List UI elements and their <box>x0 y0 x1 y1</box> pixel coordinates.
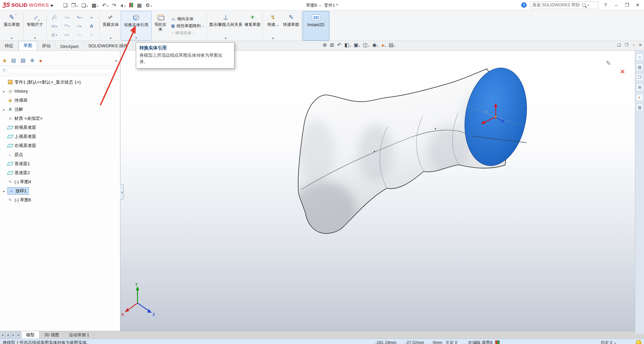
expand-arrow-icon[interactable] <box>2 107 6 112</box>
repair-sketch-button[interactable]: 修复草图 <box>244 11 262 41</box>
options-button[interactable] <box>146 2 152 8</box>
move-entities-caret-icon[interactable] <box>193 31 195 35</box>
tab-model[interactable]: 模型 <box>21 331 40 339</box>
tree-root-part[interactable]: 零件1 (默认<<默认>_显示状态 1>) <box>0 78 120 87</box>
quick-snaps-caret-icon[interactable] <box>272 36 274 40</box>
zoom-to-area-icon[interactable] <box>330 42 334 48</box>
displaymanager-tab-icon[interactable] <box>39 58 42 63</box>
mirror-entities-button[interactable]: 镜向实体 <box>171 16 204 22</box>
tab-addins[interactable]: SOLIDWORKS 插件 <box>84 42 133 50</box>
tree-item-right-plane[interactable]: 右视基准面 <box>0 141 120 150</box>
propertymanager-tab-icon[interactable] <box>11 57 16 63</box>
view-settings-caret-icon[interactable] <box>394 42 395 48</box>
rectangle-caret-icon[interactable] <box>56 23 57 28</box>
section-view-icon[interactable] <box>344 42 351 48</box>
trim-caret-icon[interactable] <box>110 36 112 40</box>
tree-item-history[interactable]: History <box>0 87 120 96</box>
save-caret-icon[interactable] <box>87 2 88 8</box>
ellipse-tool-button[interactable] <box>73 22 85 30</box>
line-tool-button[interactable] <box>48 13 60 21</box>
print-button[interactable] <box>92 2 98 8</box>
expand-arrow-icon[interactable] <box>2 89 6 94</box>
print-caret-icon[interactable] <box>97 2 98 8</box>
hide-show-items-icon[interactable] <box>372 42 378 48</box>
curve-point[interactable] <box>374 151 375 152</box>
custom-properties-icon[interactable] <box>636 104 643 111</box>
tree-item-sketch6[interactable]: (-) 草图6 <box>0 195 120 204</box>
file-explorer-icon[interactable] <box>636 73 643 81</box>
appearances-icon[interactable] <box>636 94 643 101</box>
display-style-caret-icon[interactable] <box>368 42 369 48</box>
point-tool-button[interactable] <box>86 13 98 21</box>
zoom-to-fit-icon[interactable] <box>323 42 327 48</box>
custom-caret-icon[interactable] <box>614 340 616 344</box>
search-caret-icon[interactable] <box>588 3 589 7</box>
doc-new-window-icon[interactable] <box>617 43 621 47</box>
tree-item-top-plane[interactable]: 上视基准面 <box>0 132 120 141</box>
doc-minimize-icon[interactable] <box>632 43 635 47</box>
rectangle-tool-button[interactable] <box>48 22 60 30</box>
display-style-icon[interactable] <box>363 42 369 48</box>
panel-collapse-handle[interactable] <box>120 184 124 200</box>
panel-tabs-more-icon[interactable] <box>115 58 117 63</box>
slot-tool-button[interactable] <box>48 31 60 39</box>
move-entities-button[interactable]: 移动实体 <box>171 30 204 36</box>
expand-arrow-icon[interactable] <box>2 189 6 193</box>
tree-item-loft1[interactable]: 放样1 <box>0 186 120 195</box>
doc-close-icon[interactable] <box>639 43 642 47</box>
performance-button[interactable] <box>129 3 133 7</box>
open-caret-icon[interactable] <box>76 2 78 8</box>
arc-tool-button[interactable] <box>61 22 73 30</box>
square-tool-button[interactable] <box>86 31 98 39</box>
smart-dimension-button[interactable]: 智能尺寸 <box>24 11 45 41</box>
tab-motion-study[interactable]: 运动算例 1 <box>64 331 94 339</box>
hide-show-caret-icon[interactable] <box>377 42 378 48</box>
search-icon[interactable] <box>582 3 586 7</box>
relations-caret-icon[interactable] <box>225 36 227 40</box>
circle-tool-button[interactable] <box>61 13 73 21</box>
redo-button[interactable] <box>112 3 116 8</box>
help-button[interactable] <box>602 2 609 8</box>
custom-toolbar-selector[interactable]: 自定义 <box>600 340 616 344</box>
minimize-button[interactable] <box>612 2 620 8</box>
tab-evaluate[interactable]: 评估 <box>37 42 56 50</box>
previous-view-icon[interactable] <box>337 42 341 48</box>
tree-item-origin[interactable]: 原点 <box>0 150 120 159</box>
point-caret-icon[interactable] <box>92 15 93 19</box>
tab-scroll-last-button[interactable] <box>16 331 21 339</box>
tree-item-front-plane[interactable]: 前视基准面 <box>0 123 120 132</box>
tab-features[interactable]: 特征 <box>0 42 18 50</box>
view-palette-icon[interactable] <box>636 84 643 91</box>
tab-scroll-first-button[interactable] <box>0 331 5 339</box>
connection-status-icon[interactable] <box>636 340 641 344</box>
doc-restore-icon[interactable] <box>625 43 628 47</box>
linear-pattern-button[interactable]: 线性草图阵列 <box>171 23 204 29</box>
home-icon[interactable] <box>636 53 643 61</box>
instant2d-button[interactable]: Instant2D <box>303 11 329 41</box>
tab-scroll-left-button[interactable] <box>5 331 11 339</box>
tree-item-annotations[interactable]: 注解 <box>0 105 120 114</box>
undo-caret-icon[interactable] <box>107 2 108 8</box>
curve-point[interactable] <box>435 128 436 129</box>
quick-snaps-button[interactable]: 快速... <box>264 11 282 41</box>
edit-appearance-icon[interactable] <box>381 42 386 48</box>
graphics-viewport[interactable]: Y X Z <box>120 51 635 331</box>
view-orientation-icon[interactable] <box>354 42 360 48</box>
spline-tool-button[interactable] <box>73 13 85 21</box>
display-delete-relations-button[interactable]: 显示/删除几何关系 <box>208 11 244 41</box>
tab-3d-views[interactable]: 3D 视图 <box>40 331 64 339</box>
exit-sketch-corner-icon[interactable] <box>606 59 611 67</box>
slot-caret-icon[interactable] <box>56 32 57 37</box>
fillet-caret-icon[interactable] <box>68 32 69 37</box>
tree-item-plane1[interactable]: 基准面1 <box>0 159 120 168</box>
exit-sketch-caret-icon[interactable] <box>11 36 13 40</box>
appearance-caret-icon[interactable] <box>385 42 386 48</box>
arc-caret-icon[interactable] <box>68 23 69 28</box>
options-caret-icon[interactable] <box>151 2 152 8</box>
new-document-button[interactable] <box>63 3 67 8</box>
save-button[interactable] <box>82 2 88 8</box>
circle-caret-icon[interactable] <box>68 15 69 19</box>
section-caret-icon[interactable] <box>350 42 351 48</box>
selected-item-highlight[interactable]: 放样1 <box>7 187 29 195</box>
help-bubble-icon[interactable] <box>521 2 527 8</box>
